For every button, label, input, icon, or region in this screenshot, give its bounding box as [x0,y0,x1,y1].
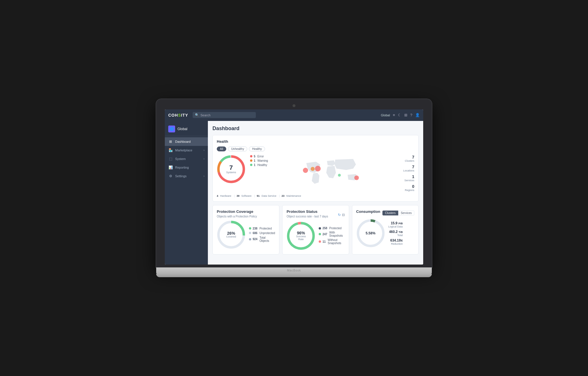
status-donut: 96% Success Rate [287,221,315,250]
coverage-legend: 238 Protected 686 Unprotected [249,227,275,242]
search-bar[interactable]: 🔍 Search [193,112,256,118]
sidebar-item-dashboard[interactable]: ⊞ Dashboard [165,137,208,146]
stat-regions: 0 Regions [394,184,414,192]
dashboard-icon: ⊞ [168,140,173,144]
health-card: Health All Unhealthy Healthy [212,135,419,202]
health-content: 7 Systems 5 Error [217,155,414,192]
protected-dot [249,227,251,230]
healthy-dot [250,164,252,166]
app-header: COHSITY 🔍 Search Global ≡ ☾ ⊞ ? 👤 [165,109,423,121]
page-title: Dashboard [212,126,419,132]
dataservice-count: 91 [257,194,260,197]
without-snapshots-label: Without Snapshots [328,238,345,245]
legend-warning: 1 Warning [250,159,273,162]
laptop-base: MacBook [156,267,432,274]
sidebar-item-marketplace[interactable]: 🏪 Marketplace › [165,146,208,155]
status-content: 96% Success Rate 258 Protected [287,221,345,250]
moon-icon[interactable]: ☾ [398,113,401,117]
map-svg [278,155,387,189]
logical-data-label: Logical Data [388,225,403,228]
health-legend: 5 Error 1 Warning 1 [250,155,273,167]
tab-clusters[interactable]: Clusters [382,211,398,215]
system-icon: ⬚ [168,157,173,161]
reduction-stat: 634.19x Reduction [388,238,403,245]
filter-icon[interactable]: ≡ [393,113,395,117]
protection-coverage-card: Protection Coverage Objects with a Prote… [212,205,279,254]
reduction-value: 634.19x [390,238,403,242]
protected-label: Protected [260,227,272,230]
sidebar-global-item[interactable]: 🌐 Global [165,123,208,135]
consumption-donut-center: 5.58% [366,232,376,235]
health-stats: 7 Clusters 7 Locations 1 Services [394,155,414,192]
global-label: Global [381,113,390,117]
filter-unhealthy[interactable]: Unhealthy [228,146,247,151]
status-title: Protection Status [287,209,328,214]
health-systems-count: 7 [226,165,236,171]
consumption-tabs: Clusters Services [382,211,414,215]
filter-all[interactable]: All [217,146,226,151]
locations-label: Locations [394,169,414,172]
consumption-stats: 15.9 PiB Logical Data 460.2 TiB [388,221,403,245]
ps-protected-count: 258 [322,227,327,230]
error-count: 5 [254,155,256,158]
status-actions: ↻ ⊟ [338,213,345,217]
grid-icon[interactable]: ⊞ [404,113,407,117]
legend-error: 5 Error [250,155,273,158]
sidebar-item-settings[interactable]: ⚙ Settings › [165,172,208,180]
hardware-label: Hardware [220,194,231,197]
filter-healthy[interactable]: Healthy [249,146,265,151]
chevron-right-icon: › [204,149,204,152]
consumption-donut: 5.58% [356,219,385,248]
status-legend: 258 Protected 247 With Snapshots [319,227,345,245]
screen-bezel: COHSITY 🔍 Search Global ≡ ☾ ⊞ ? 👤 [156,99,432,267]
map-cluster-5 [354,176,359,180]
total-dot [249,238,251,240]
stat-clusters: 7 Clusters [394,155,414,162]
sidebar-item-label: Marketplace [175,149,192,152]
stat-services: 1 Services [394,174,414,182]
dataservice-label: Data Service [262,194,276,197]
table-icon[interactable]: ⊟ [342,213,345,217]
refresh-icon[interactable]: ↻ [338,213,341,217]
logical-data-stat: 15.9 PiB Logical Data [388,221,403,228]
search-icon: 🔍 [195,113,199,117]
sidebar-item-label: Reporting [175,166,189,169]
status-subtitle: Object success rate - last 7 days [287,215,328,218]
healthy-count: 1 [254,163,256,167]
protection-status-card: Protection Status Object success rate - … [282,205,349,254]
settings-icon: ⚙ [168,174,173,178]
coverage-pct: 26% [226,231,236,235]
world-map [278,155,387,189]
webcam-icon [293,104,295,107]
global-icon: 🌐 [168,126,175,132]
consumption-pct: 5.58% [366,232,376,235]
marketplace-icon: 🏪 [168,148,173,152]
consumption-title: Consumption [356,209,380,214]
sidebar-item-label: Dashboard [175,140,191,143]
consumption-header: Consumption Clusters Services [356,209,414,217]
warning-label: Warning [258,159,268,162]
clusters-count: 7 [394,155,414,159]
search-input: Search [200,113,210,117]
hardware-count: 4 [217,194,218,197]
global-label: Global [177,127,187,131]
legend-healthy: 1 Healthy [250,163,273,167]
ps-protected-dot [319,227,321,230]
laptop-bottom [156,274,432,277]
help-icon[interactable]: ? [410,113,412,117]
sidebar-item-label: System [175,157,186,161]
tab-services[interactable]: Services [398,211,414,215]
legend-ps-protected: 258 Protected [319,227,345,230]
health-filters: All Unhealthy Healthy [217,146,414,151]
sidebar-item-reporting[interactable]: 📊 Reporting [165,163,208,172]
locations-count: 7 [394,165,414,169]
app-body: 🌐 Global ⊞ Dashboard 🏪 Marketplace › [165,121,423,265]
health-donut-center: 7 Systems [226,165,236,174]
legend-total: 924 Total Objects [249,236,275,242]
sidebar-item-system[interactable]: ⬚ System › [165,155,208,163]
status-header: Protection Status Object success rate - … [287,209,345,220]
user-icon[interactable]: 👤 [415,113,420,117]
health-systems-label: Systems [226,171,236,174]
sidebar: 🌐 Global ⊞ Dashboard 🏪 Marketplace › [165,121,208,265]
map-cluster-4 [338,174,341,177]
